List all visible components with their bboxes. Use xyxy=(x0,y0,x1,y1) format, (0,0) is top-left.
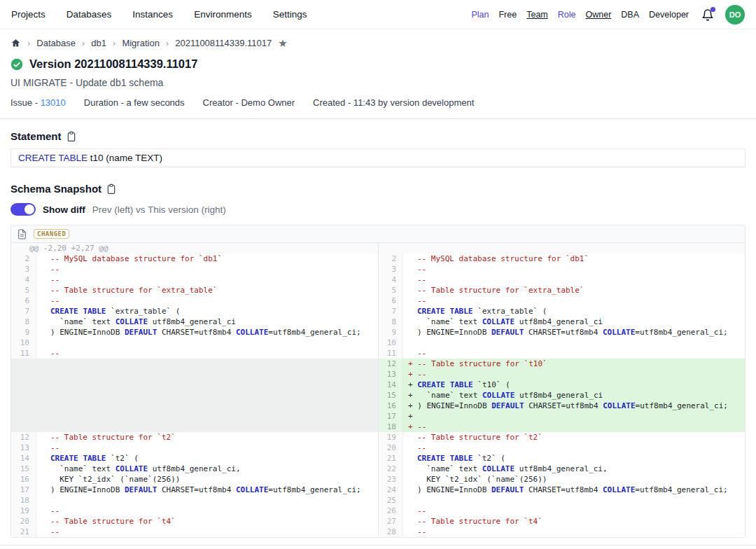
line-number: 28 xyxy=(378,527,403,537)
diff-row: 9) ENGINE=InnoDB DEFAULT CHARSET=utf8mb4… xyxy=(11,327,745,338)
breadcrumb-item-database[interactable]: Database xyxy=(36,38,76,48)
code-line: -- xyxy=(403,348,745,359)
code-line: -- Table structure for `t4` xyxy=(403,516,745,527)
breadcrumb-item-db1[interactable]: db1 xyxy=(91,38,106,48)
code-line: KEY `t2_idx` (`name`(256)) xyxy=(36,474,378,485)
line-number: 19 xyxy=(378,432,403,443)
meta-text: Issue - xyxy=(10,97,41,108)
statement-code: CREATE TABLE t10 (name TEXT) xyxy=(10,148,746,167)
line-number: 26 xyxy=(378,506,403,516)
code-line: -- MySQL database structure for `db1` xyxy=(36,253,378,264)
notification-bell-icon[interactable] xyxy=(701,8,715,22)
copy-statement-icon[interactable] xyxy=(66,131,76,142)
code-line: ) ENGINE=InnoDB DEFAULT CHARSET=utf8mb4 … xyxy=(403,327,745,338)
line-number: 17 xyxy=(11,485,36,495)
code-line: -- xyxy=(403,296,745,306)
diff-row: 4--4-- xyxy=(11,274,745,285)
breadcrumb: ›Database›db1›Migration›20211008114339.1… xyxy=(10,38,746,48)
primary-nav: ProjectsDatabasesInstancesEnvironmentsSe… xyxy=(11,9,307,20)
diff-row: 14CREATE TABLE `t2` (21CREATE TABLE `t2`… xyxy=(11,453,745,464)
diff-toggle-row: Show diff Prev (left) vs This version (r… xyxy=(10,203,746,216)
code-line: -- xyxy=(403,527,745,537)
line-number: 19 xyxy=(11,506,36,516)
line-number: 8 xyxy=(11,317,36,327)
version-header: Version 20211008114339.11017 xyxy=(10,57,746,71)
copy-snapshot-icon[interactable] xyxy=(106,183,116,195)
account-item-developer: Developer xyxy=(649,10,689,20)
nav-item-projects[interactable]: Projects xyxy=(11,9,46,20)
code-line: -- xyxy=(36,296,378,306)
breadcrumb-separator: › xyxy=(82,38,85,48)
diff-row: 13+ -- xyxy=(11,369,745,380)
line-number: 5 xyxy=(11,285,36,296)
nav-item-databases[interactable]: Databases xyxy=(66,9,112,20)
line-number: 7 xyxy=(11,306,36,317)
breadcrumb-item-20211008114339-11017: 20211008114339.11017 xyxy=(175,38,272,48)
line-number: 22 xyxy=(378,464,403,474)
line-number: 18 xyxy=(378,422,403,432)
code-line: -- xyxy=(36,264,378,274)
account-item-team[interactable]: Team xyxy=(526,10,548,20)
line-number: 9 xyxy=(378,327,403,338)
nav-item-instances[interactable]: Instances xyxy=(132,9,173,20)
line-number: 21 xyxy=(378,453,403,464)
diff-row: 19--26-- xyxy=(11,506,745,516)
issue-link[interactable]: 13010 xyxy=(41,97,66,108)
star-icon[interactable]: ★ xyxy=(278,38,287,48)
line-number: 12 xyxy=(11,432,36,443)
home-icon[interactable] xyxy=(10,38,21,48)
line-number: 13 xyxy=(11,443,36,453)
show-diff-label: Show diff xyxy=(43,204,85,215)
diff-skip xyxy=(11,369,378,380)
show-diff-toggle[interactable] xyxy=(10,203,36,216)
code-line: -- xyxy=(36,506,378,516)
line-number: 25 xyxy=(378,495,403,506)
code-line: -- xyxy=(403,264,745,274)
code-line: + -- xyxy=(403,422,745,432)
breadcrumb-item-migration[interactable]: Migration xyxy=(122,38,159,48)
breadcrumb-separator: › xyxy=(113,38,115,48)
code-line: CREATE TABLE `t2` ( xyxy=(403,453,745,464)
statement-heading: Statement xyxy=(10,130,62,142)
meta-text: Duration - a few seconds xyxy=(84,97,185,108)
diff-row: 21--28-- xyxy=(11,527,745,537)
notification-dot xyxy=(710,7,715,12)
account-item-dba: DBA xyxy=(621,10,639,20)
line-number: 13 xyxy=(378,369,403,380)
meta-item: Issue - 13010 xyxy=(10,97,66,108)
check-circle-icon xyxy=(10,58,23,71)
code-line: -- xyxy=(36,274,378,285)
line-number: 15 xyxy=(378,390,403,401)
nav-item-environments[interactable]: Environments xyxy=(194,9,252,20)
code-line: -- Table structure for `extra_table` xyxy=(403,285,745,296)
diff-row: 1825 xyxy=(11,495,745,506)
nav-item-settings[interactable]: Settings xyxy=(273,9,307,20)
line-number: 2 xyxy=(11,253,36,264)
line-number: 12 xyxy=(378,359,403,369)
diff-row: 14+ CREATE TABLE `t10` ( xyxy=(11,380,745,390)
changed-badge: CHANGED xyxy=(34,229,69,239)
diff-row: 6--6-- xyxy=(11,296,745,306)
line-number: 15 xyxy=(11,464,36,474)
meta-item: Created - 11:43 by version development xyxy=(313,97,474,108)
account-item-owner[interactable]: Owner xyxy=(585,10,611,20)
code-line: + -- xyxy=(403,369,745,380)
line-number: 11 xyxy=(11,348,36,359)
diff-row: 1010 xyxy=(11,338,745,348)
line-number: 14 xyxy=(11,453,36,464)
line-number: 20 xyxy=(11,516,36,527)
diff-row: 2-- MySQL database structure for `db1`2-… xyxy=(11,253,745,264)
code-line: -- Table structure for `t2` xyxy=(403,432,745,443)
code-line: -- xyxy=(403,506,745,516)
diff-row: 16 KEY `t2_idx` (`name`(256))23 KEY `t2_… xyxy=(11,474,745,485)
top-nav: ProjectsDatabasesInstancesEnvironmentsSe… xyxy=(0,0,756,29)
avatar[interactable]: DO xyxy=(725,5,745,25)
meta-item: Duration - a few seconds xyxy=(84,97,185,108)
code-line: -- xyxy=(36,443,378,453)
diff-body[interactable]: @@ -2,20 +2,27 @@2-- MySQL database stru… xyxy=(11,243,745,537)
code-line: -- xyxy=(36,348,378,359)
code-line: + xyxy=(403,411,745,422)
diff-hint: Prev (left) vs This version (right) xyxy=(92,204,226,215)
diff-row: 8 `name` text COLLATE utf8mb4_general_ci… xyxy=(11,317,745,327)
line-number: 18 xyxy=(11,495,36,506)
